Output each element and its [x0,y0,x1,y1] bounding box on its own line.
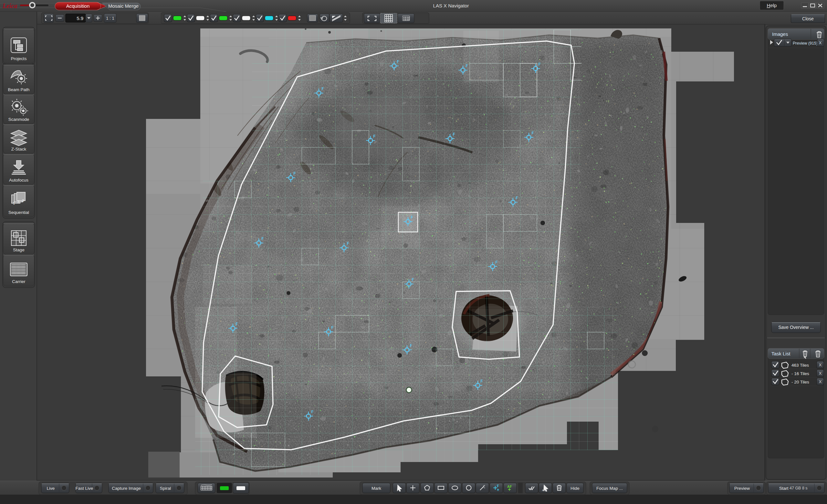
svg-text:Scanmode: Scanmode [8,117,30,122]
svg-text:Mosaic Merge: Mosaic Merge [108,3,139,9]
svg-text:ALL: ALL [542,489,546,492]
svg-text:F: F [293,171,296,176]
svg-text:X: X [819,379,822,384]
svg-text:X: X [819,362,822,367]
svg-text:5.9: 5.9 [77,15,83,21]
svg-text:47 GB 8 s: 47 GB 8 s [789,486,808,491]
svg-text:Help: Help [767,3,777,8]
svg-text:Autofocus: Autofocus [9,178,29,183]
svg-text:Sequential: Sequential [8,210,29,215]
svg-text:LAS X Navigator: LAS X Navigator [433,3,469,8]
svg-text:F: F [531,131,534,136]
svg-text:2: 2 [17,200,19,204]
svg-text:Focus Map ...: Focus Map ... [596,486,623,491]
svg-text:Beam Path: Beam Path [8,87,30,92]
svg-text:Live: Live [47,486,55,491]
svg-text:Acquisition: Acquisition [66,3,90,9]
svg-text:Stage: Stage [13,248,24,252]
svg-text:X: X [819,40,822,45]
svg-text:F: F [347,241,349,246]
svg-text:Fast Live: Fast Live [76,486,93,491]
svg-text:F: F [452,132,455,137]
svg-text:1 : 1: 1 : 1 [106,16,114,21]
svg-text:F: F [538,62,541,67]
svg-text:3: 3 [22,199,24,203]
svg-text:F: F [516,196,518,201]
svg-text:AF: AF [507,485,512,489]
svg-text:463 Tiles: 463 Tiles [791,363,809,368]
svg-text:Preview: Preview [734,486,750,491]
svg-text:F: F [236,322,238,326]
svg-text:F: F [411,278,414,283]
svg-text:Preview (915): Preview (915) [793,41,818,46]
svg-text:F: F [311,410,314,414]
svg-text:X: X [819,371,822,376]
svg-text:1: 1 [13,201,15,205]
svg-text:F: F [331,325,334,330]
svg-text:F: F [497,484,499,488]
svg-text:Start: Start [779,486,788,491]
svg-text:Leica: Leica [2,2,17,9]
svg-text:F: F [480,379,483,384]
svg-text:F: F [410,215,413,220]
svg-text:Carrier: Carrier [12,279,26,284]
svg-text:Task List: Task List [771,351,790,356]
svg-text:Images: Images [772,31,788,37]
svg-text:F: F [466,64,468,68]
svg-text:Capture Image: Capture Image [112,486,141,491]
svg-text:Spiral: Spiral [160,486,171,491]
svg-text:F: F [397,59,399,64]
svg-text:Save Overview ...: Save Overview ... [778,325,814,330]
svg-text:- 20 Tiles: - 20 Tiles [791,380,809,385]
svg-text:F: F [495,260,498,265]
svg-text:F: F [322,87,324,91]
svg-text:Mark: Mark [372,486,381,491]
svg-text:Projects: Projects [11,56,27,61]
svg-text:F: F [373,134,376,139]
svg-text:Z-Stack: Z-Stack [11,147,27,152]
svg-text:Hide: Hide [571,486,580,491]
svg-text:- 16 Tiles: - 16 Tiles [791,371,809,376]
svg-text:F: F [409,343,412,348]
svg-text:F: F [261,237,264,241]
